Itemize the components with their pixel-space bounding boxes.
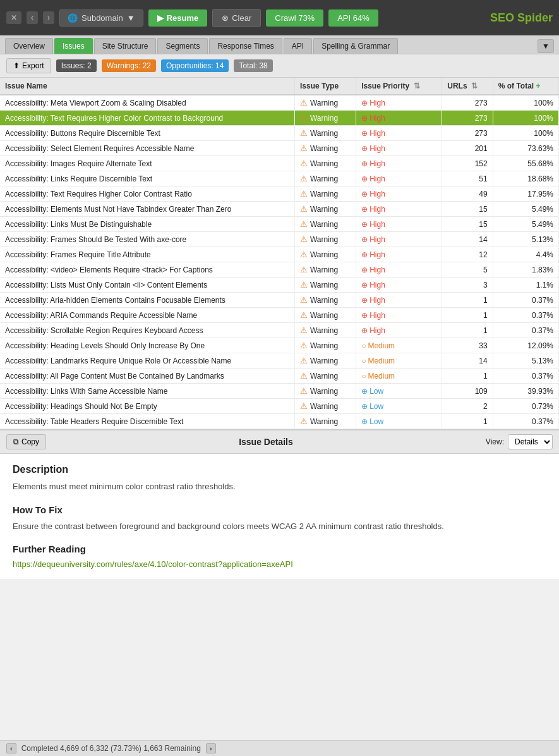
issue-name-cell: Accessibility: Elements Must Not Have Ta… xyxy=(0,202,294,217)
priority-icon: ⊕ xyxy=(361,281,368,290)
badge-opportunities[interactable]: Opportunities: 14 xyxy=(161,59,229,72)
table-row[interactable]: Accessibility: Meta Viewport Zoom & Scal… xyxy=(0,95,559,111)
table-row[interactable]: Accessibility: Lists Must Only Contain <… xyxy=(0,277,559,293)
pct-cell: 0.37% xyxy=(493,293,558,308)
issue-type-cell: ⚠Warning xyxy=(294,95,356,111)
issue-type-cell: ⚠Warning xyxy=(294,141,356,156)
issue-priority-cell: ⊕High xyxy=(356,186,442,202)
issue-name-cell: Accessibility: Buttons Require Discernib… xyxy=(0,126,294,141)
warning-icon: ⚠ xyxy=(300,98,308,107)
urls-cell: 273 xyxy=(442,95,493,111)
table-row[interactable]: Accessibility: Text Requires Higher Colo… xyxy=(0,186,559,202)
resume-button[interactable]: ▶ Resume xyxy=(148,9,208,27)
tab-site-structure[interactable]: Site Structure xyxy=(94,38,157,54)
warning-icon: ⚠ xyxy=(300,265,308,274)
pct-cell: 5.49% xyxy=(493,202,558,217)
warning-icon: ⚠ xyxy=(300,219,308,229)
table-row[interactable]: Accessibility: Frames Require Title Attr… xyxy=(0,247,559,262)
issue-priority-cell: ⊕High xyxy=(356,126,442,141)
issue-type-cell: ⚠Warning xyxy=(294,399,356,414)
priority-label: High xyxy=(370,114,385,123)
issue-priority-cell: ⊕Low xyxy=(356,384,442,399)
table-row[interactable]: Accessibility: Links Require Discernible… xyxy=(0,171,559,186)
issue-type-cell: ⚠Warning xyxy=(294,353,356,369)
subdomain-button[interactable]: 🌐 Subdomain ▼ xyxy=(59,9,143,27)
issue-name-cell: Accessibility: <video> Elements Require … xyxy=(0,262,294,277)
crawl-button[interactable]: Crawl 73% xyxy=(266,9,323,27)
api-button[interactable]: API 64% xyxy=(328,9,378,27)
tab-api[interactable]: API xyxy=(284,38,312,54)
issue-name-cell: Accessibility: Frames Should Be Tested W… xyxy=(0,232,294,247)
badge-total[interactable]: Total: 38 xyxy=(234,59,272,72)
issue-name-cell: Accessibility: All Page Content Must Be … xyxy=(0,369,294,384)
tab-issues[interactable]: Issues xyxy=(54,38,93,54)
top-bar: ✕ ‹ › 🌐 Subdomain ▼ ▶ Resume ⊗ Clear Cra… xyxy=(0,0,559,35)
issue-type-label: Warning xyxy=(310,144,338,153)
table-row[interactable]: Accessibility: Links Must Be Distinguish… xyxy=(0,217,559,232)
clear-button[interactable]: ⊗ Clear xyxy=(212,9,261,27)
tab-dropdown[interactable]: ▼ xyxy=(538,39,554,53)
tab-segments[interactable]: Segments xyxy=(157,38,208,54)
priority-icon: ⊕ xyxy=(361,205,368,214)
priority-label: High xyxy=(370,250,385,259)
badge-issues[interactable]: Issues: 2 xyxy=(56,59,97,72)
table-row[interactable]: Accessibility: Landmarks Require Unique … xyxy=(0,353,559,369)
priority-badge: ⊕High xyxy=(361,205,385,214)
table-row[interactable]: Accessibility: All Page Content Must Be … xyxy=(0,369,559,384)
warning-icon: ⚠ xyxy=(300,326,308,335)
issue-type-label: Warning xyxy=(310,372,338,381)
issue-name-cell: Accessibility: Heading Levels Should Onl… xyxy=(0,338,294,353)
warning-icon: ⚠ xyxy=(300,250,308,259)
table-row[interactable]: Accessibility: Headings Should Not Be Em… xyxy=(0,399,559,414)
table-row[interactable]: Accessibility: Select Element Requires A… xyxy=(0,141,559,156)
close-button[interactable]: ✕ xyxy=(6,11,21,24)
col-pct-total: % of Total + xyxy=(493,78,558,95)
table-row[interactable]: Accessibility: Images Require Alternate … xyxy=(0,156,559,171)
issue-type-cell: ⚠Warning xyxy=(294,414,356,429)
priority-badge: ⊕High xyxy=(361,190,385,198)
table-row[interactable]: Accessibility: Table Headers Require Dis… xyxy=(0,414,559,429)
table-row[interactable]: Accessibility: Elements Must Not Have Ta… xyxy=(0,202,559,217)
priority-label: High xyxy=(370,220,385,229)
warning-icon: ⚠ xyxy=(300,204,308,214)
table-row[interactable]: Accessibility: Buttons Require Discernib… xyxy=(0,126,559,141)
table-row[interactable]: Accessibility: <video> Elements Require … xyxy=(0,262,559,277)
table-row[interactable]: Accessibility: Aria-hidden Elements Cont… xyxy=(0,293,559,308)
pct-cell: 55.68% xyxy=(493,156,558,171)
tab-spelling-grammar[interactable]: Spelling & Grammar xyxy=(313,38,398,54)
col-issue-priority[interactable]: Issue Priority ⇅ xyxy=(356,78,442,95)
priority-badge: ○Medium xyxy=(361,372,395,381)
table-row[interactable]: Accessibility: ARIA Commands Require Acc… xyxy=(0,308,559,323)
urls-cell: 14 xyxy=(442,232,493,247)
nav-forward-button[interactable]: › xyxy=(43,11,54,24)
table-row[interactable]: Accessibility: Scrollable Region Require… xyxy=(0,323,559,338)
urls-cell: 49 xyxy=(442,186,493,202)
priority-badge: ○Medium xyxy=(361,357,395,365)
view-select[interactable]: Details xyxy=(508,434,553,449)
table-row[interactable]: Accessibility: Heading Levels Should Onl… xyxy=(0,338,559,353)
issue-name-cell: Accessibility: Table Headers Require Dis… xyxy=(0,414,294,429)
issue-type-label: Warning xyxy=(310,190,338,198)
nav-back-button[interactable]: ‹ xyxy=(27,11,38,24)
table-row[interactable]: Accessibility: Text Requires Higher Colo… xyxy=(0,111,559,126)
tab-overview[interactable]: Overview xyxy=(5,38,53,54)
export-button[interactable]: ⬆ Export xyxy=(6,58,51,73)
pct-cell: 1.83% xyxy=(493,262,558,277)
priority-label: High xyxy=(370,190,385,198)
how-to-fix-heading: How To Fix xyxy=(13,504,546,515)
table-row[interactable]: Accessibility: Frames Should Be Tested W… xyxy=(0,232,559,247)
tab-response-times[interactable]: Response Times xyxy=(209,38,282,54)
priority-badge: ⊕High xyxy=(361,129,385,138)
further-reading-link[interactable]: https://dequeuniversity.com/rules/axe/4.… xyxy=(13,559,293,569)
pct-cell: 0.37% xyxy=(493,323,558,338)
warning-icon: ⚠ xyxy=(300,174,308,183)
table-row[interactable]: Accessibility: Links With Same Accessibl… xyxy=(0,384,559,399)
how-to-fix-text: Ensure the contrast between foreground a… xyxy=(13,520,546,533)
details-content: Description Elements must meet minimum c… xyxy=(0,454,559,579)
issue-type-cell: ⚠Warning xyxy=(294,186,356,202)
col-urls[interactable]: URLs ⇅ xyxy=(442,78,493,95)
pct-cell: 12.09% xyxy=(493,338,558,353)
copy-button[interactable]: ⧉ Copy xyxy=(6,434,46,449)
priority-icon: ⊕ xyxy=(361,402,368,411)
badge-warnings[interactable]: Warnings: 22 xyxy=(102,59,156,72)
